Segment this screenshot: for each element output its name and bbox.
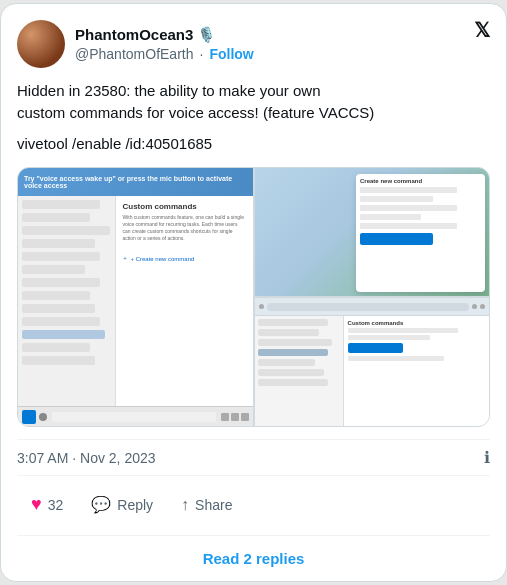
screen-rb: Custom commands: [255, 298, 490, 426]
timestamp: 3:07 AM · Nov 2, 2023: [17, 450, 156, 466]
tweet-command: vivetool /enable /id:40501685: [17, 133, 490, 156]
read-replies-section: Read 2 replies: [17, 536, 490, 581]
screen-rt: Create new command: [255, 168, 490, 296]
screen-main-title: Custom commands: [122, 202, 246, 211]
display-name-text: PhantomOcean3: [75, 26, 193, 43]
username: @PhantomOfEarth: [75, 46, 194, 62]
like-button[interactable]: ♥ 32: [17, 486, 77, 523]
media-cell-right-top[interactable]: Create new command: [255, 168, 490, 296]
share-button[interactable]: ↑ Share: [167, 488, 246, 522]
display-name: PhantomOcean3 🎙️: [75, 26, 254, 44]
follow-button[interactable]: Follow: [209, 46, 253, 62]
tweet-text-line2: custom commands for voice access! (featu…: [17, 104, 374, 121]
media-container[interactable]: Try "voice access wake up" or press the …: [17, 167, 490, 427]
media-cell-left[interactable]: Try "voice access wake up" or press the …: [18, 168, 253, 426]
reply-icon: 💬: [91, 495, 111, 514]
x-logo[interactable]: 𝕏: [474, 20, 490, 40]
reply-button[interactable]: 💬 Reply: [77, 487, 167, 522]
read-replies-button[interactable]: Read 2 replies: [203, 550, 305, 567]
like-count: 32: [48, 497, 64, 513]
media-cell-right-bottom[interactable]: Custom commands: [255, 298, 490, 426]
share-icon: ↑: [181, 496, 189, 514]
info-icon[interactable]: ℹ: [484, 448, 490, 467]
user-info: PhantomOcean3 🎙️ @PhantomOfEarth · Follo…: [17, 20, 254, 68]
screen-main-body: With custom commands feature, one can bu…: [122, 214, 246, 242]
share-label: Share: [195, 497, 232, 513]
dot-separator: ·: [200, 46, 204, 62]
emoji-icon: 🎙️: [197, 26, 216, 44]
tweet-text-line1: Hidden in 23580: the ability to make you…: [17, 82, 321, 99]
reply-label: Reply: [117, 497, 153, 513]
screen-left: Try "voice access wake up" or press the …: [18, 168, 253, 426]
screen-rb-title: Custom commands: [348, 320, 485, 326]
timestamp-row: 3:07 AM · Nov 2, 2023 ℹ: [17, 439, 490, 476]
tweet-card: PhantomOcean3 🎙️ @PhantomOfEarth · Follo…: [0, 3, 507, 583]
username-follow-row: @PhantomOfEarth · Follow: [75, 46, 254, 62]
heart-icon: ♥: [31, 494, 42, 515]
tweet-body: Hidden in 23580: the ability to make you…: [17, 80, 490, 156]
screen-add-btn: ＋ + Create new command: [122, 254, 194, 263]
tweet-header: PhantomOcean3 🎙️ @PhantomOfEarth · Follo…: [17, 20, 490, 68]
user-text: PhantomOcean3 🎙️ @PhantomOfEarth · Follo…: [75, 26, 254, 62]
actions-row: ♥ 32 💬 Reply ↑ Share: [17, 480, 490, 536]
avatar[interactable]: [17, 20, 65, 68]
screen-rt-title: Create new command: [360, 178, 481, 184]
